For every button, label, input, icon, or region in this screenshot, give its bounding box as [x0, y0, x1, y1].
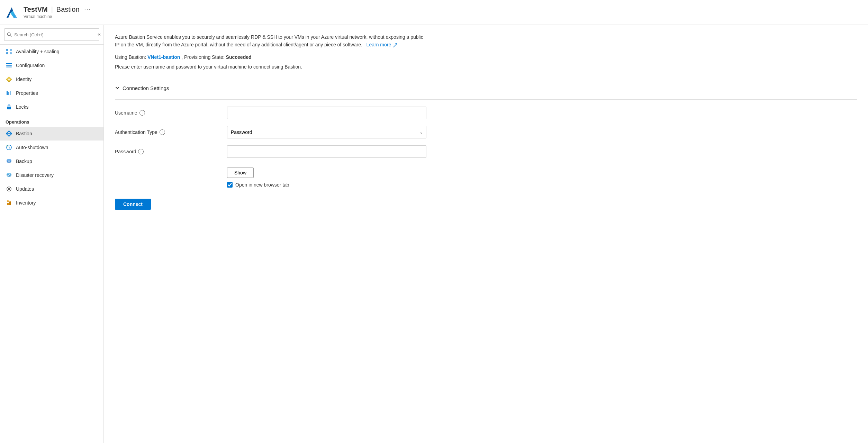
open-new-tab-checkbox[interactable] — [227, 182, 233, 188]
show-button-section: Show Open in new browser tab — [227, 165, 426, 188]
sidebar-item-configuration[interactable]: Configuration — [0, 58, 103, 72]
availability-icon — [6, 48, 12, 55]
svg-rect-32 — [9, 201, 11, 205]
password-label: Password i — [115, 149, 219, 154]
identity-icon — [6, 76, 12, 83]
learn-more-link[interactable]: Learn more — [365, 42, 397, 47]
chevron-down-icon — [115, 85, 120, 90]
open-new-tab-label[interactable]: Open in new browser tab — [235, 182, 289, 188]
svg-rect-10 — [6, 66, 12, 67]
service-description: Azure Bastion Service enables you to sec… — [115, 33, 426, 49]
svg-rect-9 — [6, 65, 12, 66]
locks-icon — [6, 103, 12, 110]
section-name: Bastion — [56, 6, 80, 13]
sidebar-item-bastion-label: Bastion — [16, 131, 32, 136]
collapse-sidebar-button[interactable]: « — [95, 30, 103, 39]
search-icon — [7, 32, 12, 37]
password-input[interactable] — [227, 145, 426, 158]
inventory-icon — [6, 199, 12, 206]
svg-rect-13 — [7, 91, 8, 95]
sidebar-item-configuration-label: Configuration — [16, 63, 45, 68]
connection-settings-header[interactable]: Connection Settings — [115, 85, 857, 91]
provisioning-state: Succeeded — [226, 54, 252, 60]
sidebar: « Availability + scaling Configuration I… — [0, 25, 104, 443]
bastion-name-link[interactable]: VNet1-bastion — [147, 54, 180, 60]
svg-rect-5 — [6, 52, 8, 54]
page-header: TestVM | Bastion ··· Virtual machine — [0, 0, 868, 25]
sidebar-item-auto-shutdown[interactable]: Auto-shutdown — [0, 141, 103, 154]
connection-settings-label: Connection Settings — [123, 85, 169, 91]
properties-icon — [6, 90, 12, 97]
sidebar-item-properties-label: Properties — [16, 90, 38, 96]
sidebar-item-backup[interactable]: Backup — [0, 154, 103, 168]
sidebar-item-updates-label: Updates — [16, 186, 34, 192]
svg-rect-31 — [7, 203, 9, 205]
show-password-button[interactable]: Show — [227, 168, 254, 178]
header-subtitle: Virtual machine — [24, 14, 91, 19]
connection-settings-divider — [115, 99, 857, 100]
bastion-icon — [6, 130, 12, 137]
svg-rect-33 — [7, 200, 9, 202]
svg-rect-4 — [6, 49, 8, 51]
sidebar-item-identity[interactable]: Identity — [0, 72, 103, 86]
more-menu-icon[interactable]: ··· — [84, 7, 91, 13]
auto-shutdown-icon — [6, 144, 12, 151]
sidebar-item-backup-label: Backup — [16, 159, 32, 164]
open-new-tab-row: Open in new browser tab — [227, 182, 426, 188]
sidebar-item-locks-label: Locks — [16, 104, 29, 110]
username-info-icon[interactable]: i — [139, 110, 145, 116]
sidebar-item-availability-scaling-label: Availability + scaling — [16, 49, 59, 54]
backup-icon — [6, 158, 12, 165]
svg-rect-14 — [8, 92, 9, 95]
sidebar-item-inventory-label: Inventory — [16, 200, 36, 206]
svg-rect-6 — [10, 49, 12, 51]
auth-type-label: Authentication Type i — [115, 129, 219, 135]
svg-point-26 — [8, 188, 10, 190]
header-divider: | — [51, 6, 53, 13]
sidebar-item-disaster-recovery-label: Disaster recovery — [16, 172, 54, 178]
sidebar-item-disaster-recovery[interactable]: Disaster recovery — [0, 168, 103, 182]
vm-name: TestVM — [24, 6, 48, 13]
header-title-block: TestVM | Bastion ··· Virtual machine — [24, 6, 91, 19]
connect-message: Please enter username and password to yo… — [115, 64, 857, 70]
sidebar-item-auto-shutdown-label: Auto-shutdown — [16, 145, 48, 150]
sidebar-search-container — [0, 25, 103, 45]
auth-type-select-wrapper: Password SSH Private Key ⌄ — [227, 126, 426, 138]
sidebar-item-bastion[interactable]: Bastion — [0, 127, 103, 141]
connection-form: Username i Authentication Type i Passwor… — [115, 107, 426, 188]
username-input[interactable] — [227, 107, 426, 119]
svg-line-3 — [10, 35, 11, 37]
updates-icon — [6, 186, 12, 192]
section-divider — [115, 78, 857, 78]
sidebar-item-locks[interactable]: Locks — [0, 100, 103, 114]
auth-type-info-icon[interactable]: i — [160, 129, 165, 135]
username-label: Username i — [115, 110, 219, 116]
auth-type-select[interactable]: Password SSH Private Key — [227, 126, 426, 138]
svg-rect-7 — [10, 52, 12, 54]
search-input[interactable] — [4, 28, 99, 41]
sidebar-item-identity-label: Identity — [16, 76, 31, 82]
svg-point-17 — [9, 108, 10, 109]
password-info-icon[interactable]: i — [138, 149, 144, 154]
svg-rect-8 — [6, 63, 12, 64]
bastion-info: Using Bastion: VNet1-bastion , Provision… — [115, 54, 857, 60]
sidebar-item-inventory[interactable]: Inventory — [0, 196, 103, 210]
connect-button[interactable]: Connect — [115, 199, 151, 210]
connect-section: Connect — [115, 199, 857, 210]
main-content: Azure Bastion Service enables you to sec… — [104, 25, 868, 443]
disaster-recovery-icon — [6, 172, 12, 179]
azure-logo — [6, 6, 18, 19]
svg-rect-15 — [10, 91, 11, 95]
sidebar-item-availability-scaling[interactable]: Availability + scaling — [0, 45, 103, 58]
sidebar-item-properties[interactable]: Properties — [0, 86, 103, 100]
svg-point-12 — [8, 79, 10, 80]
operations-section-label: Operations — [0, 114, 103, 127]
configuration-icon — [6, 62, 12, 69]
sidebar-navigation: Availability + scaling Configuration Ide… — [0, 45, 103, 443]
sidebar-item-updates[interactable]: Updates — [0, 182, 103, 196]
